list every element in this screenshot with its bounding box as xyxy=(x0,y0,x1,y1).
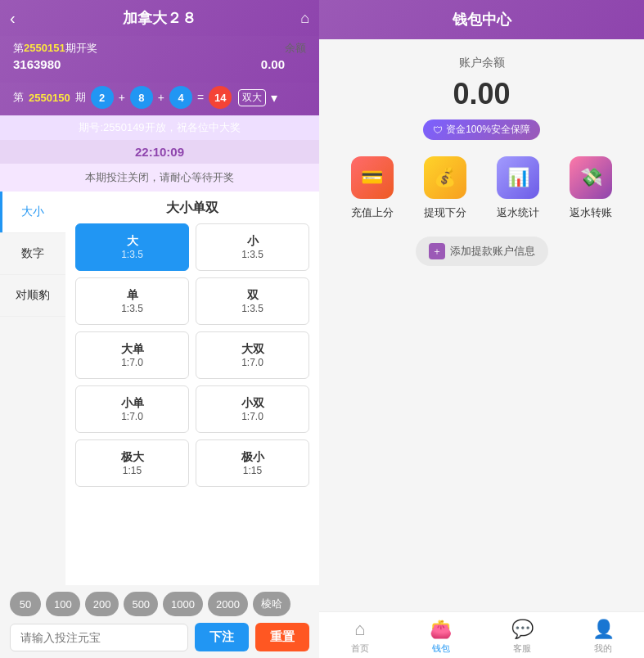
nav-wallet[interactable]: 👛 钱包 xyxy=(400,619,481,655)
quick-amount-200[interactable]: 200 xyxy=(85,592,119,616)
notice-text: 期号:2550149开放，祝各位中大奖 xyxy=(79,121,240,133)
status-bar: 本期投注关闭，请耐心等待开奖 xyxy=(0,164,319,192)
add-bank-icon: ＋ xyxy=(429,243,445,259)
withdraw-label: 提现下分 xyxy=(424,205,466,220)
bet-btn-shuang[interactable]: 双 1:3.5 xyxy=(196,277,309,325)
bet-btn-dashuang[interactable]: 大双 1:7.0 xyxy=(196,331,309,379)
ball-sum: 14 xyxy=(209,86,232,109)
balance-label: 余额 xyxy=(285,41,306,56)
left-panel: ‹ 加拿大２８ ⌂ 第2550151期开奖 余额 3163980 0.00 第 … xyxy=(0,0,319,658)
rebate-transfer-label: 返水转账 xyxy=(570,205,612,220)
balance-section: 账户余额 0.00 🛡 资金100%安全保障 xyxy=(336,56,628,140)
bet-category-daxiao[interactable]: 大小 xyxy=(0,192,65,233)
wallet-content: 账户余额 0.00 🛡 资金100%安全保障 💳 充值上分 💰 提现下分 xyxy=(319,39,644,334)
last-period-num: 2550150 xyxy=(29,92,70,104)
bet-btn-dadan[interactable]: 大单 1:7.0 xyxy=(75,331,189,379)
rebate-stats-icon: 📊 xyxy=(497,156,539,199)
bet-category-shuzi[interactable]: 数字 xyxy=(0,233,65,275)
lottery-period-row: 第2550151期开奖 余额 xyxy=(13,41,306,56)
bet-section: 大小 数字 对顺豹 大小单双 大 1:3.5 小 1:3.5 xyxy=(0,192,319,585)
action-withdraw[interactable]: 💰 提现下分 xyxy=(424,156,466,220)
bet-btn-xiao[interactable]: 小 1:3.5 xyxy=(196,223,309,271)
period-label: 第 xyxy=(13,42,24,54)
ball-1: 2 xyxy=(91,86,114,109)
add-bank-button[interactable]: ＋ 添加提款账户信息 xyxy=(416,237,548,266)
balance-value: 0.00 xyxy=(261,57,285,71)
balance-label: 账户余额 xyxy=(336,56,628,70)
quick-amount-custom[interactable]: 棱哈 xyxy=(253,592,290,616)
period-number: 2550151 xyxy=(24,42,65,54)
quick-amount-1000[interactable]: 1000 xyxy=(163,592,203,616)
bet-input-row: 下注 重置 xyxy=(10,623,309,651)
wallet-actions: 💳 充值上分 💰 提现下分 📊 返水统计 💸 返水转账 xyxy=(336,156,628,220)
back-button[interactable]: ‹ xyxy=(10,9,16,28)
last-period-suffix: 期 xyxy=(75,90,86,105)
nav-home[interactable]: ⌂ 首页 xyxy=(319,619,400,655)
shield-icon: 🛡 xyxy=(433,124,443,136)
last-period-label: 第 xyxy=(13,90,24,105)
wallet-nav-label: 钱包 xyxy=(432,642,450,655)
prize-amount: 3163980 xyxy=(13,57,61,71)
wallet-nav-icon: 👛 xyxy=(430,619,452,640)
quick-amount-2000[interactable]: 2000 xyxy=(208,592,248,616)
service-nav-icon: 💬 xyxy=(511,619,534,640)
home-nav-label: 首页 xyxy=(351,642,369,655)
home-nav-icon: ⌂ xyxy=(354,619,365,640)
notice-bar: 期号:2550149开放，祝各位中大奖 xyxy=(0,115,319,140)
last-result-bar: 第 2550150 期 2 + 8 + 4 = 14 双大 ▾ xyxy=(0,83,319,115)
result-tag: 双大 xyxy=(238,89,266,106)
bet-content-title: 大小单双 xyxy=(72,192,313,223)
period-suffix: 期开奖 xyxy=(65,42,97,54)
quick-amounts: 50 100 200 500 1000 2000 棱哈 xyxy=(10,592,309,616)
bottom-nav: ⌂ 首页 👛 钱包 💬 客服 👤 我的 xyxy=(319,611,644,658)
rebate-transfer-icon: 💸 xyxy=(570,156,612,199)
action-rebate-stats[interactable]: 📊 返水统计 xyxy=(497,156,539,220)
add-bank-label: 添加提款账户信息 xyxy=(450,244,535,259)
countdown-time: 22:10:09 xyxy=(135,145,184,159)
security-text: 资金100%安全保障 xyxy=(446,123,530,137)
bet-content-area: 大小单双 大 1:3.5 小 1:3.5 单 1:3.5 双 1:3.5 xyxy=(65,192,319,585)
mine-nav-icon: 👤 xyxy=(592,619,615,640)
quick-amount-100[interactable]: 100 xyxy=(46,592,80,616)
left-header: ‹ 加拿大２８ ⌂ xyxy=(0,0,319,36)
quick-amount-500[interactable]: 500 xyxy=(124,592,158,616)
bet-reset-button[interactable]: 重置 xyxy=(255,623,309,651)
recharge-label: 充值上分 xyxy=(351,205,394,220)
recharge-icon: 💳 xyxy=(351,156,394,199)
bet-btn-da[interactable]: 大 1:3.5 xyxy=(75,223,189,271)
chevron-down-icon[interactable]: ▾ xyxy=(271,90,277,106)
withdraw-icon: 💰 xyxy=(424,156,466,199)
quick-amount-50[interactable]: 50 xyxy=(10,592,41,616)
bet-btn-jida[interactable]: 极大 1:15 xyxy=(75,439,189,487)
bet-amount-input[interactable] xyxy=(10,624,188,651)
page-title: 加拿大２８ xyxy=(123,8,196,28)
right-panel: 钱包中心 账户余额 0.00 🛡 资金100%安全保障 💳 充值上分 💰 提 xyxy=(319,0,644,658)
bet-category-duishuibao[interactable]: 对顺豹 xyxy=(0,275,65,317)
service-nav-label: 客服 xyxy=(513,642,531,655)
balance-amount: 0.00 xyxy=(336,77,628,111)
bottom-bar: 50 100 200 500 1000 2000 棱哈 下注 重置 xyxy=(0,585,319,658)
lottery-prize-row: 3163980 0.00 xyxy=(13,57,306,71)
lottery-info: 第2550151期开奖 余额 3163980 0.00 xyxy=(0,36,319,83)
mine-nav-label: 我的 xyxy=(594,642,612,655)
wallet-title: 钱包中心 xyxy=(453,11,511,28)
security-badge: 🛡 资金100%安全保障 xyxy=(423,119,540,140)
nav-mine[interactable]: 👤 我的 xyxy=(563,619,644,655)
bet-btn-xiaodan[interactable]: 小单 1:7.0 xyxy=(75,385,189,433)
bet-btn-xiaoshuang[interactable]: 小双 1:7.0 xyxy=(196,385,309,433)
action-recharge[interactable]: 💳 充值上分 xyxy=(351,156,394,220)
ball-3: 4 xyxy=(169,86,192,109)
add-bank-container: ＋ 添加提款账户信息 xyxy=(336,237,628,266)
rebate-stats-label: 返水统计 xyxy=(497,205,539,220)
bet-category-list: 大小 数字 对顺豹 xyxy=(0,192,65,585)
bet-btn-jixiao[interactable]: 极小 1:15 xyxy=(196,439,309,487)
nav-service[interactable]: 💬 客服 xyxy=(482,619,563,655)
bet-grid: 大 1:3.5 小 1:3.5 单 1:3.5 双 1:3.5 大单 1:7 xyxy=(72,223,313,494)
status-text: 本期投注关闭，请耐心等待开奖 xyxy=(85,171,234,183)
action-rebate-transfer[interactable]: 💸 返水转账 xyxy=(570,156,612,220)
countdown-bar: 22:10:09 xyxy=(0,140,319,164)
bet-btn-dan[interactable]: 单 1:3.5 xyxy=(75,277,189,325)
ball-2: 8 xyxy=(130,86,153,109)
bet-submit-button[interactable]: 下注 xyxy=(195,623,249,651)
home-button[interactable]: ⌂ xyxy=(300,10,309,27)
